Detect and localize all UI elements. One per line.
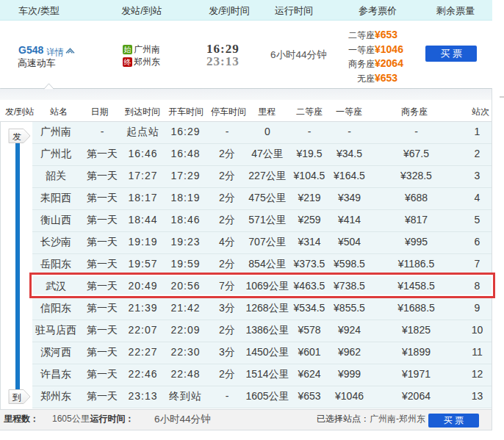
svg-text:到: 到 (12, 392, 21, 403)
svg-text:发: 发 (12, 131, 21, 142)
